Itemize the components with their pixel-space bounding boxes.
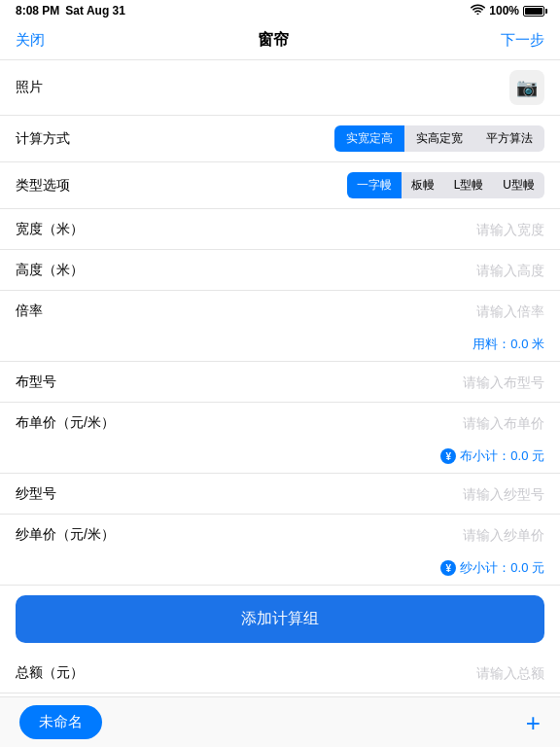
yarn-no-input[interactable] [93, 486, 544, 502]
yarn-price-row: 纱单价（元/米） [0, 515, 560, 555]
next-button[interactable]: 下一步 [501, 31, 544, 50]
height-input[interactable] [93, 263, 544, 278]
multiplier-label: 倍率 [16, 302, 93, 320]
total-label: 总额（元） [16, 664, 93, 682]
add-calc-button[interactable]: 添加计算组 [16, 595, 544, 643]
wifi-icon [471, 4, 485, 18]
width-label: 宽度（米） [16, 221, 93, 238]
fabric-subtotal-text: 布小计：0.0 元 [460, 447, 544, 465]
yarn-price-label: 纱单价（元/米） [16, 526, 115, 544]
fabric-no-label: 布型号 [16, 374, 93, 391]
type-btn-0[interactable]: 一字幔 [347, 172, 402, 198]
fabric-price-input[interactable] [115, 415, 544, 431]
calc-method-control: 实宽定高 实高定宽 平方算法 [334, 125, 544, 152]
usage-row: 用料：0.0 米 [0, 332, 560, 362]
calc-method-btn-2[interactable]: 平方算法 [474, 125, 544, 152]
yarn-subtotal-icon: ¥ [440, 560, 456, 576]
fabric-subtotal-icon: ¥ [440, 448, 456, 464]
type-option-row: 类型选项 一字幔 板幔 L型幔 U型幔 [0, 162, 560, 209]
type-btn-2[interactable]: L型幔 [444, 172, 494, 198]
height-label: 高度（米） [16, 262, 93, 279]
calc-method-label: 计算方式 [16, 130, 93, 148]
photo-label: 照片 [16, 79, 93, 96]
type-btn-3[interactable]: U型幔 [493, 172, 544, 198]
calc-method-btn-1[interactable]: 实高定宽 [404, 125, 474, 152]
fabric-no-input[interactable] [93, 374, 544, 390]
status-date: Sat Aug 31 [65, 4, 125, 18]
fabric-subtotal-row: ¥ 布小计：0.0 元 [0, 444, 560, 474]
main-content: 照片 📷 计算方式 实宽定高 实高定宽 平方算法 类型选项 一字幔 板幔 L型幔… [0, 60, 560, 694]
bottom-bar: 未命名 + [0, 696, 560, 747]
page-title: 窗帘 [258, 30, 289, 51]
unnamed-button[interactable]: 未命名 [19, 705, 102, 739]
camera-button[interactable]: 📷 [509, 70, 544, 105]
close-button[interactable]: 关闭 [16, 31, 45, 50]
camera-icon: 📷 [516, 77, 538, 98]
status-time: 8:08 PM [16, 4, 59, 18]
yarn-no-label: 纱型号 [16, 485, 93, 503]
multiplier-row: 倍率 [0, 291, 560, 332]
height-row: 高度（米） [0, 250, 560, 291]
fabric-price-label: 布单价（元/米） [16, 414, 115, 432]
status-bar: 8:08 PM Sat Aug 31 100% [0, 0, 560, 21]
type-control: 一字幔 板幔 L型幔 U型幔 [347, 172, 544, 198]
multiplier-input[interactable] [93, 303, 544, 319]
photo-row: 照片 📷 [0, 60, 560, 116]
calc-method-btn-0[interactable]: 实宽定高 [334, 125, 404, 152]
usage-text: 用料：0.0 米 [472, 336, 544, 353]
calc-method-row: 计算方式 实宽定高 实高定宽 平方算法 [0, 116, 560, 162]
type-option-label: 类型选项 [16, 177, 93, 195]
yarn-subtotal-row: ¥ 纱小计：0.0 元 [0, 555, 560, 586]
battery-percent: 100% [489, 4, 519, 18]
yarn-price-input[interactable] [115, 527, 544, 543]
yarn-no-row: 纱型号 [0, 474, 560, 515]
add-button[interactable]: + [526, 710, 541, 735]
nav-bar: 关闭 窗帘 下一步 [0, 21, 560, 60]
total-input[interactable] [93, 665, 544, 681]
fabric-no-row: 布型号 [0, 362, 560, 403]
type-btn-1[interactable]: 板幔 [402, 172, 444, 198]
fabric-price-row: 布单价（元/米） [0, 403, 560, 444]
width-row: 宽度（米） [0, 209, 560, 250]
width-input[interactable] [93, 222, 544, 237]
yarn-subtotal-text: 纱小计：0.0 元 [460, 559, 544, 577]
total-row: 总额（元） [0, 653, 560, 694]
battery-icon [523, 4, 544, 18]
